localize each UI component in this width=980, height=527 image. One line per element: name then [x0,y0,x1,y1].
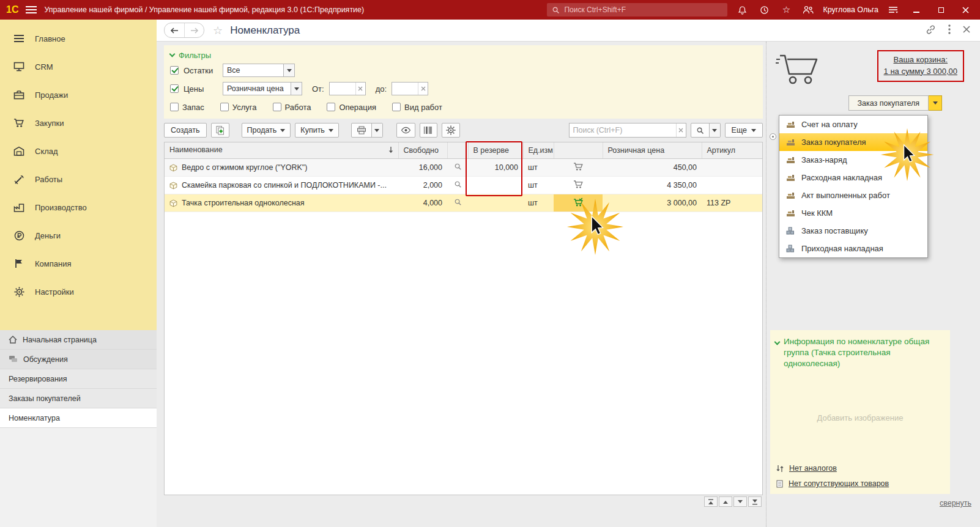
sidebar-item-customer-orders[interactable]: Заказы покупателей [0,389,157,408]
price-from-input[interactable] [330,84,355,93]
sidebar-item-crm[interactable]: CRM [0,53,157,81]
scroll-up-button[interactable] [719,496,732,507]
clear-icon[interactable] [355,83,365,95]
add-to-cart-cell[interactable] [554,159,603,177]
no-analogs-link[interactable]: Нет аналогов [776,464,889,473]
menu-item-customer-order[interactable]: Заказ покупателя [779,133,927,151]
menu-item-invoice[interactable]: Счет на оплату [779,116,927,133]
type-filter-vid-rabot[interactable]: Вид работ [392,103,442,112]
list-search-input[interactable] [570,126,676,135]
column-header-zoom[interactable] [447,142,468,159]
add-to-cart-cell[interactable] [554,177,603,194]
global-search-input[interactable]: Поиск Ctrl+Shift+F [547,3,727,17]
column-header-name[interactable]: Наименование [165,142,398,159]
checkbox[interactable] [170,103,179,111]
checkbox[interactable] [220,103,229,111]
type-filter-usluga[interactable]: Услуга [220,103,257,112]
add-image-placeholder[interactable]: Добавить изображение [770,413,950,422]
checkbox[interactable] [327,103,335,111]
minimize-button[interactable] [908,2,925,17]
sidebar-item-raboty[interactable]: Работы [0,165,157,193]
sidebar-item-glavnoe[interactable]: Главное [0,24,157,53]
favorite-star-icon[interactable]: ☆ [213,24,223,37]
scroll-down-button[interactable] [733,496,747,507]
column-header-unit[interactable]: Ед.изм [523,142,554,159]
panel-option-radio[interactable] [770,133,776,140]
close-form-icon[interactable] [963,26,970,35]
list-settings-button[interactable] [442,123,460,138]
item-info-header[interactable]: Информация по номенклатуре общая группа … [775,336,944,370]
filters-group-header[interactable]: Фильтры [170,49,757,61]
price-filter-checkbox[interactable] [170,84,179,93]
column-header-reserve[interactable]: В резерве [468,142,523,159]
zoom-cell[interactable] [447,159,468,177]
create-group-button[interactable] [211,123,229,138]
menu-item-supplier-order[interactable]: Заказ поставщику [779,222,927,240]
cart-link-line1[interactable]: Ваша корзина: [884,54,957,66]
close-window-button[interactable] [957,2,974,17]
menu-item-completed-work-act[interactable]: Акт выполненных работ [779,186,927,204]
collapse-panel-link[interactable]: свернуть [940,499,971,507]
more-menu-icon[interactable] [948,24,951,36]
chevron-down-icon[interactable] [709,123,720,137]
sidebar-item-reservations[interactable]: Резервирования [0,369,157,389]
sidebar-item-kompaniya[interactable]: Компания [0,249,157,278]
zoom-cell[interactable] [447,194,468,212]
type-filter-zapas[interactable]: Запас [170,103,204,112]
clear-icon[interactable] [676,123,686,137]
in-cart-cell[interactable] [554,194,603,212]
clear-icon[interactable] [418,83,428,95]
table-row[interactable]: Скамейка парковая со спинкой и ПОДЛОКОТН… [165,177,762,194]
discussions-people-icon[interactable] [801,2,815,17]
current-user[interactable]: Круглова Ольга [823,6,878,14]
menu-item-sales-invoice[interactable]: Расходная накладная [779,169,927,186]
cart-link-line2[interactable]: 1 на сумму 3 000,00 [884,66,957,78]
price-to-input[interactable] [392,84,418,93]
table-row[interactable]: Ведро с отжимом круглое ("YORK") 16,000 … [165,159,762,177]
history-icon[interactable] [757,2,771,17]
favorites-star-icon[interactable]: ☆ [779,2,793,17]
sidebar-item-nomenclature[interactable]: Номенклатура [0,408,157,428]
buy-button[interactable]: Купить [295,123,339,138]
checkbox[interactable] [392,103,401,111]
barcode-button[interactable] [420,123,437,138]
type-filter-rabota[interactable]: Работа [273,103,311,112]
zoom-cell[interactable] [447,177,468,194]
back-button[interactable] [165,23,184,37]
notifications-bell-icon[interactable] [735,2,749,17]
column-header-cart[interactable] [554,142,603,159]
stock-filter-select[interactable]: Все [223,64,295,77]
search-options-button[interactable] [691,123,721,138]
chevron-down-icon[interactable] [283,64,294,76]
menu-item-kkm-receipt[interactable]: Чек ККМ [779,204,927,222]
type-filter-operaciya[interactable]: Операция [327,103,376,112]
column-header-article[interactable]: Артикул [702,142,762,159]
sidebar-item-zakupki[interactable]: Закупки [0,109,157,137]
maximize-button[interactable] [932,2,949,17]
column-header-free[interactable]: Свободно [398,142,447,159]
sell-button[interactable]: Продать [242,123,291,138]
sidebar-item-nastroyki[interactable]: Настройки [0,278,157,306]
get-link-icon[interactable] [926,24,936,37]
service-menu-icon[interactable] [886,2,900,17]
sidebar-item-sklad[interactable]: Склад [0,137,157,165]
checkbox[interactable] [273,103,281,111]
chevron-down-icon[interactable] [291,83,302,95]
sidebar-item-proizvodstvo[interactable]: Производство [0,193,157,221]
create-button[interactable]: Создать [164,123,207,138]
chevron-down-icon[interactable] [371,123,382,137]
order-type-dropdown-button[interactable] [929,95,942,111]
price-type-select[interactable]: Розничная цена [223,82,302,95]
menu-item-work-order[interactable]: Заказ-наряд [779,151,927,169]
sidebar-item-start-page[interactable]: Начальная страница [0,330,157,350]
main-menu-icon[interactable] [26,6,37,13]
sidebar-item-prodazhi[interactable]: Продажи [0,81,157,109]
table-row-selected[interactable]: Тачка строительная одноколесная 4,000 шт… [165,194,762,212]
print-button[interactable] [351,123,383,138]
column-header-price[interactable]: Розничная цена [603,142,702,159]
scroll-to-bottom-button[interactable] [748,496,762,507]
scroll-to-top-button[interactable] [704,496,718,507]
stock-filter-checkbox[interactable] [170,66,179,75]
sidebar-item-discussions[interactable]: Обсуждения [0,350,157,369]
sidebar-item-dengi[interactable]: Деньги [0,221,157,249]
